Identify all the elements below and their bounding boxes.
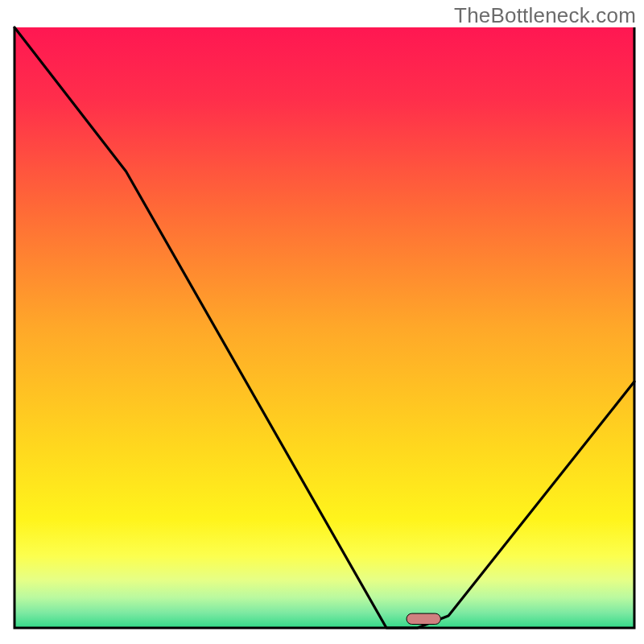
optimal-marker [407, 613, 440, 624]
plot-background-gradient [14, 27, 634, 628]
watermark-text: TheBottleneck.com [454, 3, 636, 28]
bottleneck-chart [0, 0, 644, 644]
chart-container: TheBottleneck.com [0, 0, 644, 644]
